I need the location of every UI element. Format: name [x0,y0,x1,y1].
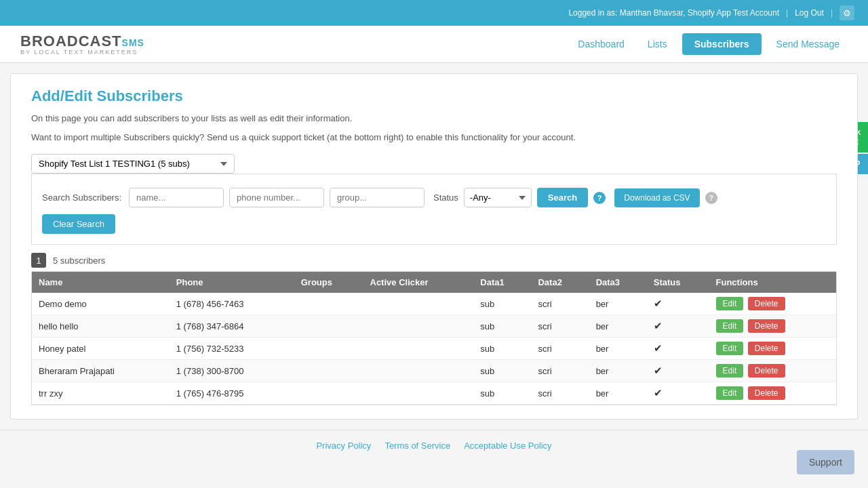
cell-phone: 1 (738) 300-8700 [170,360,294,382]
clear-search-button[interactable]: Clear Search [42,214,115,234]
logo: BROADCASTSMS [20,33,144,50]
cell-data2: scri [531,338,589,360]
search-button[interactable]: Search [537,188,588,207]
delete-button[interactable]: Delete [748,342,785,355]
subscribers-table: Name Phone Groups Active Clicker Data1 D… [32,272,836,405]
page-desc1: On this page you can add subscribers to … [31,112,837,125]
search-help-icon[interactable]: ? [593,192,606,204]
cell-data3: ber [589,360,647,382]
edit-button[interactable]: Edit [716,319,744,333]
list-selector[interactable]: Shopify Test List 1 TESTING1 (5 subs) [31,154,235,174]
cell-active-clicker [363,293,474,315]
cell-status: ✔ [647,338,709,360]
cell-name: hello hello [32,315,170,338]
cell-data1: sub [473,315,531,338]
cell-groups [294,338,363,360]
edit-button[interactable]: Edit [716,342,744,355]
edit-button[interactable]: Edit [716,364,744,378]
logo-area: BROADCASTSMS BY LOCAL TEXT MARKETERS [20,33,144,56]
cell-functions: Edit Delete [709,338,836,360]
edit-button[interactable]: Edit [716,297,744,310]
logo-subtitle: BY LOCAL TEXT MARKETERS [20,49,144,56]
status-select[interactable]: -Any- Active Inactive [464,188,532,207]
logo-sms: SMS [122,37,144,48]
subscribers-button[interactable]: Subscribers [682,33,762,55]
clear-search-row: Clear Search [42,214,826,234]
search-phone-input[interactable] [229,188,324,207]
cell-groups [294,382,363,405]
acceptable-use-link[interactable]: Acceptable Use Policy [464,441,551,451]
cell-name: Bheraram Prajapati [32,360,170,382]
cell-data3: ber [589,382,647,405]
table-body: Demo demo 1 (678) 456-7463 sub scri ber … [32,293,836,405]
delete-button[interactable]: Delete [748,319,785,333]
delete-button[interactable]: Delete [748,386,785,400]
page-title: Add/Edit Subscribers [31,87,837,105]
col-data3: Data3 [589,272,647,293]
table-row: Demo demo 1 (678) 456-7463 sub scri ber … [32,293,836,315]
cell-groups [294,315,363,338]
delete-button[interactable]: Delete [748,297,785,310]
csv-help-icon[interactable]: ? [705,192,717,204]
main-nav: Dashboard Lists Subscribers Send Message [570,33,848,55]
cell-data2: scri [531,382,589,405]
top-bar: Logged in as: Manthan Bhavsar, Shopify A… [0,0,868,26]
privacy-policy-link[interactable]: Privacy Policy [316,441,371,451]
col-active-clicker: Active Clicker [363,272,474,293]
cell-data3: ber [589,315,647,338]
cell-data1: sub [473,360,531,382]
search-subscribers-label: Search Subscribers: [42,192,123,203]
list-selector-row: Shopify Test List 1 TESTING1 (5 subs) [31,154,837,174]
cell-functions: Edit Delete [709,360,836,382]
col-groups: Groups [294,272,363,293]
cell-phone: 1 (756) 732-5233 [170,338,294,360]
gear-icon[interactable]: ⚙ [840,5,854,20]
cell-active-clicker [363,382,474,405]
send-message-link[interactable]: Send Message [768,35,848,54]
cell-data3: ber [589,338,647,360]
edit-button[interactable]: Edit [716,386,744,400]
download-csv-button[interactable]: Download as CSV [614,188,699,207]
footer: Privacy Policy Terms of Service Acceptab… [0,430,868,461]
lists-link[interactable]: Lists [639,35,675,54]
col-data1: Data1 [473,272,531,293]
table-row: hello hello 1 (768) 347-6864 sub scri be… [32,315,836,338]
dashboard-link[interactable]: Dashboard [570,35,633,54]
cell-data1: sub [473,382,531,405]
search-group-input[interactable] [330,188,425,207]
logged-in-text: Logged in as: Manthan Bhavsar, Shopify A… [568,8,779,18]
col-data2: Data2 [531,272,589,293]
cell-data2: scri [531,315,589,338]
delete-button[interactable]: Delete [748,364,785,378]
terms-link[interactable]: Terms of Service [384,441,450,451]
cell-phone: 1 (765) 476-8795 [170,382,294,405]
cell-active-clicker [363,338,474,360]
cell-functions: Edit Delete [709,315,836,338]
search-row: Search Subscribers: Status -Any- Active … [42,188,826,207]
cell-status: ✔ [647,382,709,405]
page-desc2: Want to import multiple Subscribers quic… [31,131,837,144]
search-name-input[interactable] [129,188,224,207]
cell-data2: scri [531,360,589,382]
table-row: Honey patel 1 (756) 732-5233 sub scri be… [32,338,836,360]
cell-data2: scri [531,293,589,315]
support-button[interactable]: Support [797,450,854,461]
separator2: | [831,8,833,18]
table-row: Bheraram Prajapati 1 (738) 300-8700 sub … [32,360,836,382]
cell-status: ✔ [647,360,709,382]
status-label: Status [433,192,458,203]
separator: | [786,8,788,18]
cell-groups [294,360,363,382]
table-row: trr zxy 1 (765) 476-8795 sub scri ber ✔ … [32,382,836,405]
cell-phone: 1 (678) 456-7463 [170,293,294,315]
logout-link[interactable]: Log Out [795,8,824,18]
cell-data1: sub [473,338,531,360]
subscriber-count: 5 subscribers [53,256,105,266]
col-functions: Functions [709,272,836,293]
cell-name: trr zxy [32,382,170,405]
results-header: 1 5 subscribers [31,253,837,268]
cell-active-clicker [363,315,474,338]
header: BROADCASTSMS BY LOCAL TEXT MARKETERS Das… [0,26,868,63]
main-content: Add/Edit Subscribers On this page you ca… [10,73,858,420]
col-status: Status [647,272,709,293]
